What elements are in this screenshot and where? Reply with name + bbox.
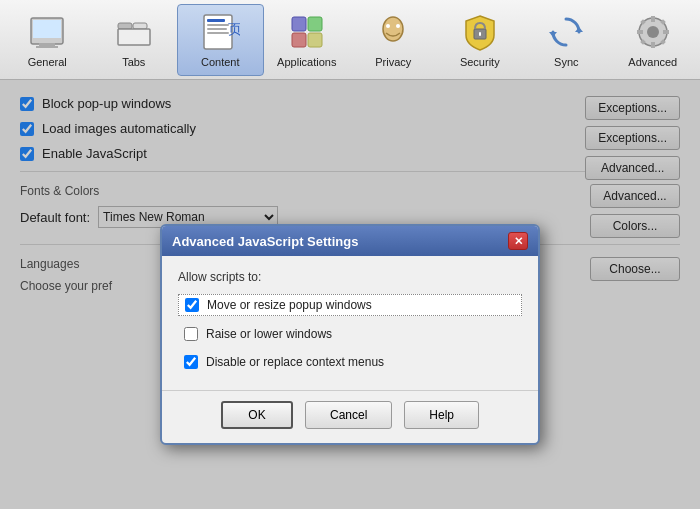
svg-rect-26 <box>651 16 655 22</box>
advanced-icon <box>633 12 673 52</box>
dialog-ok-button[interactable]: OK <box>221 401 293 429</box>
applications-icon <box>287 12 327 52</box>
svg-rect-14 <box>308 17 322 31</box>
toolbar-label-privacy: Privacy <box>375 56 411 68</box>
dialog-checkbox-raise-lower-label: Raise or lower windows <box>206 327 332 341</box>
toolbar-label-advanced: Advanced <box>628 56 677 68</box>
svg-rect-6 <box>118 29 150 45</box>
modal-overlay: Advanced JavaScript Settings ✕ Allow scr… <box>0 80 700 509</box>
toolbar-label-security: Security <box>460 56 500 68</box>
dialog-subtitle: Allow scripts to: <box>178 270 522 284</box>
toolbar-item-applications[interactable]: Applications <box>264 4 351 76</box>
toolbar-label-sync: Sync <box>554 56 578 68</box>
sync-icon <box>546 12 586 52</box>
tabs-icon <box>114 12 154 52</box>
toolbar: General Tabs 页 Content <box>0 0 700 80</box>
svg-point-25 <box>647 26 659 38</box>
svg-point-19 <box>396 24 400 28</box>
toolbar-item-content[interactable]: 页 Content <box>177 4 264 76</box>
svg-point-18 <box>386 24 390 28</box>
svg-rect-5 <box>133 23 147 29</box>
toolbar-label-content: Content <box>201 56 240 68</box>
svg-rect-29 <box>663 30 669 34</box>
svg-rect-21 <box>479 32 481 36</box>
dialog-titlebar: Advanced JavaScript Settings ✕ <box>162 226 538 256</box>
dialog-checkbox-disable-context-input[interactable] <box>184 355 198 369</box>
svg-text:页: 页 <box>228 21 240 37</box>
toolbar-label-applications: Applications <box>277 56 336 68</box>
svg-point-17 <box>383 17 403 41</box>
toolbar-item-tabs[interactable]: Tabs <box>91 4 178 76</box>
dialog-close-button[interactable]: ✕ <box>508 232 528 250</box>
svg-rect-4 <box>118 23 132 29</box>
content-icon: 页 <box>200 12 240 52</box>
svg-rect-28 <box>637 30 643 34</box>
svg-rect-15 <box>292 33 306 47</box>
svg-rect-10 <box>207 28 227 30</box>
toolbar-item-privacy[interactable]: Privacy <box>350 4 437 76</box>
main-content: Block pop-up windows Load images automat… <box>0 80 700 509</box>
dialog: Advanced JavaScript Settings ✕ Allow scr… <box>160 224 540 445</box>
svg-rect-2 <box>39 43 55 46</box>
dialog-checkbox-raise-lower-input[interactable] <box>184 327 198 341</box>
svg-marker-22 <box>575 27 583 32</box>
svg-rect-1 <box>33 20 61 38</box>
svg-rect-8 <box>207 19 225 22</box>
toolbar-label-general: General <box>28 56 67 68</box>
general-icon <box>27 12 67 52</box>
dialog-help-button[interactable]: Help <box>404 401 479 429</box>
dialog-body: Allow scripts to: Move or resize popup w… <box>162 256 538 390</box>
svg-rect-9 <box>207 24 229 26</box>
privacy-icon <box>373 12 413 52</box>
toolbar-label-tabs: Tabs <box>122 56 145 68</box>
dialog-checkbox-disable-context-label: Disable or replace context menus <box>206 355 384 369</box>
svg-rect-13 <box>292 17 306 31</box>
dialog-checkbox-move-resize-label: Move or resize popup windows <box>207 298 372 312</box>
dialog-checkbox-move-resize: Move or resize popup windows <box>178 294 522 316</box>
svg-marker-23 <box>549 32 557 37</box>
toolbar-item-sync[interactable]: Sync <box>523 4 610 76</box>
toolbar-item-security[interactable]: Security <box>437 4 524 76</box>
dialog-checkbox-raise-lower: Raise or lower windows <box>178 324 522 344</box>
toolbar-item-general[interactable]: General <box>4 4 91 76</box>
dialog-checkbox-move-resize-input[interactable] <box>185 298 199 312</box>
dialog-checkbox-disable-context: Disable or replace context menus <box>178 352 522 372</box>
dialog-cancel-button[interactable]: Cancel <box>305 401 392 429</box>
security-icon <box>460 12 500 52</box>
dialog-footer: OK Cancel Help <box>162 390 538 443</box>
svg-rect-27 <box>651 42 655 48</box>
toolbar-item-advanced[interactable]: Advanced <box>610 4 697 76</box>
svg-rect-11 <box>207 32 229 34</box>
svg-rect-16 <box>308 33 322 47</box>
svg-rect-3 <box>36 46 58 48</box>
dialog-title: Advanced JavaScript Settings <box>172 234 358 249</box>
